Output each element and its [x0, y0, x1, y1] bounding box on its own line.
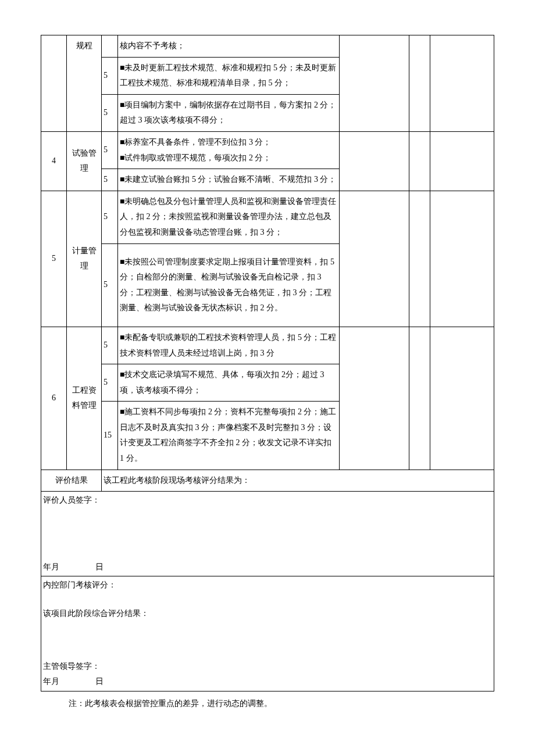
cell-index	[41, 35, 67, 132]
cell-category: 规程	[67, 35, 102, 132]
cell-desc: ■未及时更新工程技术规范、标准和规程扣 5 分；未及时更新工程技术规范、标准和规…	[118, 57, 340, 94]
eval-result-row: 评价结果 该工程此考核阶段现场考核评分结果为：	[41, 470, 494, 492]
cell-score: 5	[102, 327, 118, 364]
signer-row: 评价人员签字： 年月 日	[41, 492, 494, 576]
cell-index: 6	[41, 327, 67, 470]
spacer	[43, 508, 492, 560]
cell-desc: ■未建立试验台账扣 5 分；试验台账不清晰、不规范扣 3 分；	[118, 169, 340, 191]
eval-result-label: 评价结果	[41, 470, 102, 492]
leader-sign-label: 主管领导签字：	[43, 659, 492, 675]
cell-desc: ■施工资料不同步每项扣 2 分；资料不完整每项扣 2 分；施工日志不及时及真实扣…	[118, 402, 340, 470]
table-row: 4 试验管理 5 ■标养室不具备条件，管理不到位扣 3 分； ■试件制取或管理不…	[41, 131, 494, 169]
cell-desc: 核内容不予考核；	[118, 35, 340, 58]
cell-index: 5	[41, 191, 67, 327]
table-row: 5 计量管理 5 ■未明确总包及分包计量管理人员和监视和测量设备管理责任人，扣 …	[41, 191, 494, 243]
dept-row: 内控部门考核评分： 该项目此阶段综合评分结果： 主管领导签字： 年月 日	[41, 576, 494, 691]
cell-desc: ■未明确总包及分包计量管理人员和监视和测量设备管理责任人，扣 2 分；未按照监视…	[118, 191, 340, 243]
cell-ext1	[340, 327, 409, 470]
spacer	[43, 593, 492, 606]
table-row: 规程 核内容不予考核；	[41, 35, 494, 58]
cell-score: 5	[102, 364, 118, 402]
spacer	[43, 622, 492, 659]
cell-score: 15	[102, 402, 118, 470]
cell-desc: ■技术交底记录填写不规范、具体，每项次扣 2分；超过 3 项，该考核项不得分；	[118, 364, 340, 402]
cell-score	[102, 35, 118, 58]
cell-score: 5	[102, 243, 118, 327]
cell-score: 5	[102, 57, 118, 94]
cell-ext3	[430, 131, 494, 191]
cell-score: 5	[102, 94, 118, 131]
signer-cell: 评价人员签字： 年月 日	[41, 492, 494, 576]
cell-ext2	[409, 35, 430, 132]
year-month: 年月	[43, 560, 59, 575]
year-month: 年月	[43, 674, 59, 690]
cell-category: 试验管理	[67, 131, 102, 191]
cell-score: 5	[102, 191, 118, 243]
dept-score-label: 内控部门考核评分：	[43, 578, 492, 593]
overall-result-label: 该项目此阶段综合评分结果：	[43, 606, 492, 622]
cell-ext1	[340, 35, 409, 132]
cell-ext1	[340, 191, 409, 327]
cell-score: 5	[102, 131, 118, 169]
table-row: 6 工程资料管理 5 ■未配备专职或兼职的工程技术资料管理人员，扣 5 分；工程…	[41, 327, 494, 364]
eval-result-text: 该工程此考核阶段现场考核评分结果为：	[102, 470, 494, 492]
day: 日	[95, 674, 104, 690]
cell-index: 4	[41, 131, 67, 191]
cell-category: 工程资料管理	[67, 327, 102, 470]
cell-score: 5	[102, 169, 118, 191]
date-line: 年月 日	[43, 560, 492, 575]
cell-desc: ■标养室不具备条件，管理不到位扣 3 分； ■试件制取或管理不规范，每项次扣 2…	[118, 131, 340, 169]
cell-ext3	[430, 35, 494, 132]
footnote: 注：此考核表会根据管控重点的差异，进行动态的调整。	[41, 691, 494, 712]
cell-ext2	[409, 131, 430, 191]
day: 日	[95, 560, 104, 575]
assessment-table: 规程 核内容不予考核； 5 ■未及时更新工程技术规范、标准和规程扣 5 分；未及…	[41, 35, 494, 691]
cell-ext3	[430, 327, 494, 470]
cell-ext2	[409, 327, 430, 470]
cell-category: 计量管理	[67, 191, 102, 327]
cell-ext3	[430, 191, 494, 327]
date-line: 年月 日	[43, 674, 492, 690]
cell-ext1	[340, 131, 409, 191]
dept-cell: 内控部门考核评分： 该项目此阶段综合评分结果： 主管领导签字： 年月 日	[41, 576, 494, 691]
cell-desc: ■项目编制方案中，编制依据存在过期书目，每方案扣 2 分；超过 3 项次该考核项…	[118, 94, 340, 131]
document-page: 规程 核内容不予考核； 5 ■未及时更新工程技术规范、标准和规程扣 5 分；未及…	[0, 12, 535, 734]
cell-desc: ■未配备专职或兼职的工程技术资料管理人员，扣 5 分；工程技术资料管理人员未经过…	[118, 327, 340, 364]
signer-label: 评价人员签字：	[43, 493, 492, 508]
cell-ext2	[409, 191, 430, 327]
cell-desc: ■未按照公司管理制度要求定期上报项目计量管理资料，扣 5 分；自检部分的测量、检…	[118, 243, 340, 327]
